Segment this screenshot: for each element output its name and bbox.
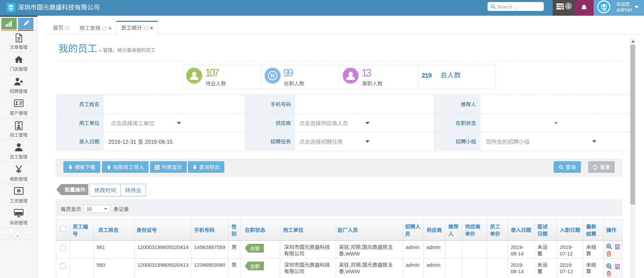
- svg-text:1: 1: [18, 190, 19, 193]
- svg-text:R: R: [270, 73, 274, 79]
